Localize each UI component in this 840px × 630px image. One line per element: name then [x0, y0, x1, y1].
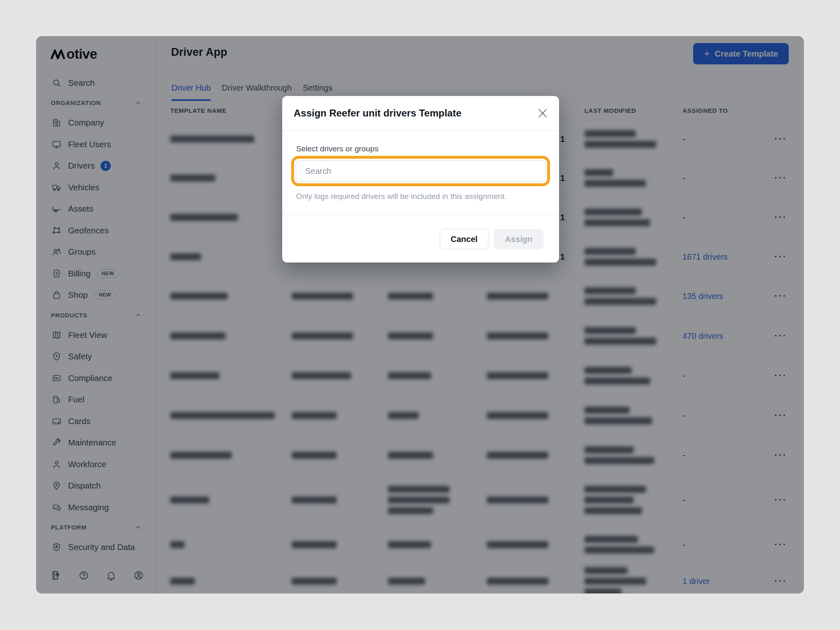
assign-button[interactable]: Assign — [494, 229, 543, 249]
cancel-button[interactable]: Cancel — [440, 229, 489, 249]
dialog-footer: Cancel Assign — [440, 229, 543, 249]
dialog-divider — [282, 215, 559, 215]
driver-search-input[interactable] — [296, 160, 546, 182]
screen: otive SearchORGANIZATIONCompanyFleet Use… — [0, 0, 840, 630]
dialog-header: Assign Reefer unit drivers Template — [282, 96, 559, 131]
assign-template-dialog: Assign Reefer unit drivers Template Sele… — [282, 96, 559, 262]
search-highlight-ring — [291, 156, 550, 186]
select-drivers-label: Select drivers or groups — [296, 144, 379, 153]
app-window: otive SearchORGANIZATIONCompanyFleet Use… — [36, 36, 804, 593]
close-icon[interactable] — [537, 107, 548, 119]
dialog-title: Assign Reefer unit drivers Template — [294, 107, 461, 119]
assignment-helper-text: Only logs required drivers will be inclu… — [296, 192, 507, 201]
